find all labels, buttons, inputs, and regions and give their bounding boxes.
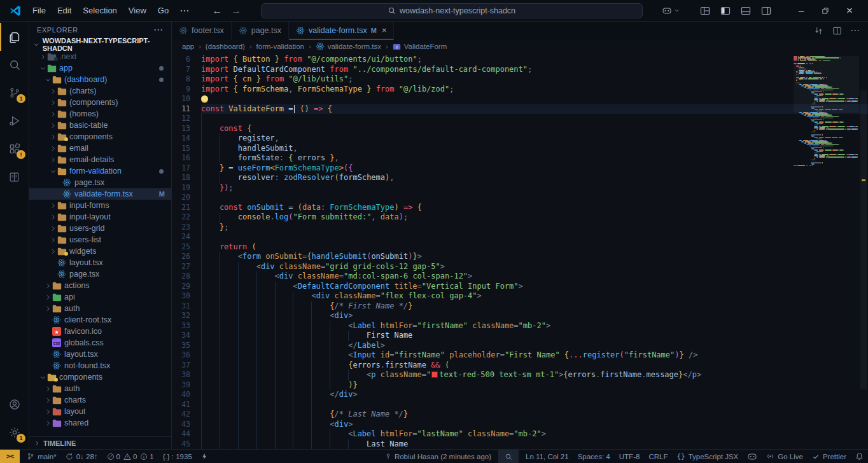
breadcrumb-item[interactable]: form-validation <box>256 43 304 50</box>
customize-layout-icon[interactable] <box>700 6 710 16</box>
command-center-search[interactable]: wowdash-next-typescript-shadcn <box>261 3 643 18</box>
tree-item[interactable]: (charts) <box>29 85 171 97</box>
lightbulb-icon[interactable] <box>201 95 208 102</box>
status-indentation[interactable]: Spaces: 4 <box>573 450 615 463</box>
menu-overflow-icon[interactable]: ··· <box>174 3 195 18</box>
scrollbar-thumb[interactable] <box>860 90 867 389</box>
tree-item[interactable]: page.tsx <box>29 177 171 188</box>
tree-item[interactable]: charts <box>29 394 171 406</box>
status-power[interactable] <box>197 450 213 463</box>
status-encoding[interactable]: UTF-8 <box>615 450 645 463</box>
minimize-button[interactable]: – <box>789 0 813 22</box>
toggle-panel-icon[interactable] <box>741 6 751 16</box>
tree-item[interactable]: auth <box>29 383 171 394</box>
tree-item[interactable]: api <box>29 291 171 303</box>
status-cursor-position[interactable]: Ln 11, Col 21 <box>521 450 573 463</box>
activitybar-explorer[interactable] <box>0 23 29 51</box>
tree-item[interactable]: ★favicon.ico <box>29 326 171 337</box>
tree-item[interactable]: (dashboard) <box>29 74 171 85</box>
menu-go[interactable]: Go <box>152 3 174 18</box>
tab-validate-form.tsx[interactable]: validate-form.tsxM× <box>289 22 394 39</box>
status-problems[interactable]: 001 <box>102 450 158 463</box>
code-line: 19}); <box>172 183 868 193</box>
status-counter[interactable]: {.} : 1935 <box>158 450 197 463</box>
more-icon[interactable]: ··· <box>851 26 860 35</box>
copilot-menu[interactable] <box>662 6 680 15</box>
tab-page.tsx[interactable]: page.tsx <box>232 22 289 39</box>
tree-item[interactable]: not-found.tsx <box>29 360 171 371</box>
status-remote[interactable]: >< <box>0 450 20 463</box>
close-button[interactable]: × <box>837 0 862 22</box>
tree-item[interactable]: components <box>29 371 171 383</box>
forward-button[interactable]: → <box>231 5 241 17</box>
folder-icon <box>57 87 69 95</box>
tree-item[interactable]: input-forms <box>29 200 171 211</box>
menu-edit[interactable]: Edit <box>52 3 77 18</box>
status-gitlens-blame[interactable]: Robiul Hasan (2 minutes ago) <box>381 450 496 463</box>
tree-item[interactable]: actions <box>29 280 171 291</box>
status-search-toggle[interactable] <box>498 450 519 463</box>
status-copilot-status[interactable] <box>743 450 762 463</box>
toggle-sidebar-icon[interactable] <box>720 6 731 16</box>
restore-button[interactable] <box>813 0 837 22</box>
tree-item[interactable]: users-grid <box>29 223 171 234</box>
activitybar-search[interactable] <box>0 51 29 79</box>
back-button[interactable]: ← <box>212 5 222 17</box>
breadcrumb-item[interactable]: app <box>182 43 194 50</box>
project-root-row[interactable]: WOWDASH-NEXT-TYPESCRIPT-SHADCN <box>29 38 171 51</box>
tree-item[interactable]: input-layout <box>29 211 171 223</box>
tree-item[interactable]: .next <box>29 51 171 62</box>
menu-view[interactable]: View <box>123 3 152 18</box>
tree-item[interactable]: email-details <box>29 154 171 165</box>
timeline-section[interactable]: TIMELINE <box>29 436 171 449</box>
editor-scrollbar[interactable] <box>859 53 868 449</box>
tree-item[interactable]: CSSglobals.css <box>29 337 171 349</box>
tree-item-label: users-list <box>69 235 101 244</box>
tree-item[interactable]: components <box>29 131 171 142</box>
tree-item[interactable]: client-root.tsx <box>29 314 171 326</box>
activitybar-extensions[interactable]: ! <box>0 135 29 163</box>
tree-item[interactable]: shared <box>29 417 171 429</box>
tree-item[interactable]: users-list <box>29 234 171 245</box>
tree-item[interactable]: layout.tsx <box>29 349 171 360</box>
tree-item[interactable]: layout <box>29 406 171 417</box>
status-git-sync[interactable]: 0↓ 28↑ <box>61 450 102 463</box>
tree-item[interactable]: email <box>29 142 171 154</box>
explorer-more-actions-icon[interactable]: ··· <box>154 25 164 34</box>
tab-footer.tsx[interactable]: footer.tsx <box>172 22 232 39</box>
status-prettier[interactable]: Prettier <box>808 450 851 463</box>
tree-item[interactable]: layout.tsx <box>29 257 171 268</box>
minimap[interactable] <box>794 56 859 446</box>
menu-selection[interactable]: Selection <box>77 3 122 18</box>
breadcrumb-item[interactable]: validate-form.tsx <box>316 42 381 51</box>
menu-file[interactable]: File <box>27 3 52 18</box>
tree-item[interactable]: basic-table <box>29 120 171 131</box>
tree-item[interactable]: page.tsx <box>29 268 171 280</box>
split-editor-icon[interactable] <box>832 26 842 36</box>
close-icon[interactable]: × <box>382 25 387 35</box>
tree-item[interactable]: app <box>29 62 171 74</box>
tree-item[interactable]: widgets <box>29 245 171 257</box>
activitybar-source-control[interactable]: 1 <box>0 79 29 107</box>
status-language-mode[interactable]: {}TypeScript JSX <box>672 450 743 463</box>
code-editor[interactable]: 6import { Button } from "@/components/ui… <box>172 53 868 449</box>
tree-item[interactable]: (homes) <box>29 108 171 120</box>
token: > <box>348 311 353 320</box>
tree-item[interactable]: validate-form.tsxM <box>29 188 171 200</box>
breadcrumb-item[interactable]: (dashboard) <box>206 43 245 50</box>
tree-item[interactable]: form-validation <box>29 165 171 177</box>
tree-item[interactable]: (components) <box>29 97 171 108</box>
activitybar-docs[interactable] <box>0 163 29 191</box>
status-go-live[interactable]: Go Live <box>762 450 808 463</box>
activitybar-accounts[interactable] <box>0 390 29 418</box>
toggle-secondary-sidebar-icon[interactable] <box>761 6 771 16</box>
status-notifications[interactable] <box>851 450 868 463</box>
diff-icon[interactable] <box>814 26 823 36</box>
breadcrumb-item[interactable]: @ValidateForm <box>393 43 447 51</box>
status-eol[interactable]: CRLF <box>644 450 672 463</box>
tree-item[interactable]: auth <box>29 303 171 314</box>
token: } <box>680 350 684 359</box>
activitybar-run-debug[interactable] <box>0 107 29 135</box>
activitybar-settings[interactable]: 1 <box>0 418 29 446</box>
status-git-branch[interactable]: main* <box>22 450 60 463</box>
